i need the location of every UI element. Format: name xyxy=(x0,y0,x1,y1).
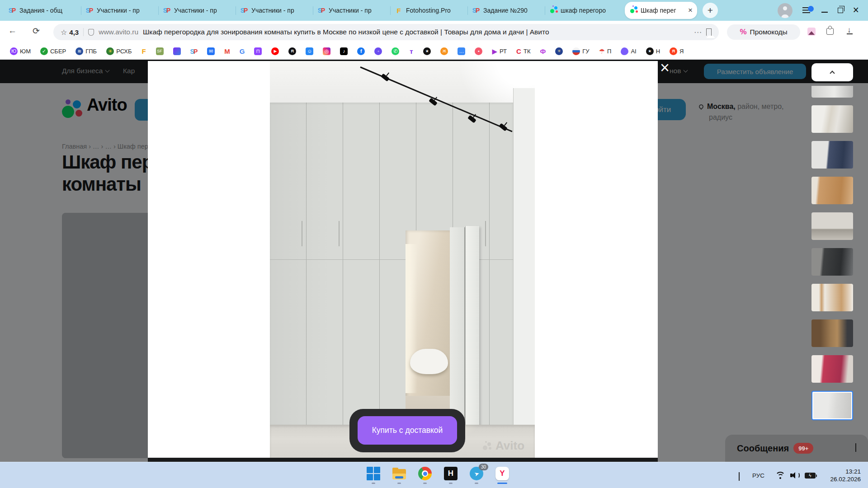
tab-title: Шкаф перег xyxy=(641,7,686,14)
back-button[interactable]: ← xyxy=(8,26,17,36)
browser-tab[interactable]: шкаф перегоро xyxy=(545,0,622,21)
browser-tab[interactable]: Участники - пр xyxy=(313,0,390,21)
window-minimize-button[interactable] xyxy=(821,12,828,13)
file-explorer-button[interactable] xyxy=(392,466,406,481)
reload-button[interactable]: ⟳ xyxy=(33,26,40,36)
thumbnails-scroll-up-button[interactable] xyxy=(811,63,853,81)
browser-tab[interactable]: Участники - пр xyxy=(158,0,236,21)
promo-codes-button[interactable]: % Промокоды xyxy=(727,24,800,40)
listing-photo[interactable] xyxy=(270,61,535,458)
bookmark-item[interactable]: ≋ ГПБ xyxy=(75,47,97,55)
bookmark-item[interactable]: ◎ xyxy=(323,47,330,55)
bookmark-item[interactable]: ♪ xyxy=(340,47,348,55)
bookmark-item[interactable]: Ю ЮМ xyxy=(10,47,31,55)
bookmark-item[interactable]: AI xyxy=(621,47,636,55)
bookmark-item[interactable]: F xyxy=(142,47,146,55)
tab-title: Участники - пр xyxy=(174,7,231,14)
messages-expand-icon[interactable] xyxy=(855,444,856,452)
bookmark-item[interactable]: ⊓ xyxy=(254,47,262,55)
bookmark-item[interactable]: M xyxy=(224,47,230,55)
bookmark-item[interactable]: ✳ РСХБ xyxy=(106,47,132,55)
taskbar-clock[interactable]: 13:21 26.02.2026 xyxy=(830,468,861,483)
browser-tab[interactable]: Участники - пр xyxy=(236,0,313,21)
profile-avatar[interactable] xyxy=(778,3,793,18)
telegram-button[interactable]: ➤ 30 xyxy=(469,466,484,481)
bookmark-item[interactable]: ГУ xyxy=(572,47,589,55)
browser-tab[interactable]: Задания - общ xyxy=(4,0,81,21)
browser-tab[interactable]: Шкаф перег × xyxy=(625,2,697,19)
gallery-thumbnail[interactable] xyxy=(811,141,853,169)
more-icon[interactable]: ⋯ xyxy=(694,28,702,37)
bookmark-item[interactable]: ▶ xyxy=(271,47,279,55)
gallery-thumbnail[interactable] xyxy=(811,177,853,204)
bookmark-item[interactable]: G xyxy=(240,47,245,55)
window-restore-button[interactable] xyxy=(838,8,843,13)
bookmark-item[interactable]: ▶ РТ xyxy=(492,47,507,55)
yandex-browser-button[interactable]: Y xyxy=(495,466,509,481)
bookmark-item[interactable]: Ф xyxy=(540,47,546,55)
clock-date: 26.02.2026 xyxy=(830,475,861,483)
bookmark-favicon: ▶ xyxy=(492,47,497,55)
bookmark-item[interactable] xyxy=(173,47,181,55)
gallery-thumbnail[interactable] xyxy=(811,355,853,383)
bookmark-item[interactable]: ☂ П xyxy=(599,47,612,55)
bookmark-item[interactable]: т xyxy=(409,47,414,55)
bookmark-item[interactable]: Ж xyxy=(440,47,448,55)
bookmark-item[interactable]: ✓ СБЕР xyxy=(40,47,66,55)
bookmark-item[interactable]: ★ Н xyxy=(646,47,660,55)
image-extension-icon[interactable] xyxy=(807,28,816,36)
bookmark-label: Н xyxy=(656,48,660,55)
battery-icon: ϟ xyxy=(805,473,816,479)
gallery-thumbnail[interactable] xyxy=(811,391,853,420)
tab-close-icon[interactable]: × xyxy=(688,6,693,15)
bookmark-item[interactable]: ✳ xyxy=(555,47,563,55)
hosting-app-button[interactable]: H xyxy=(443,466,458,481)
browser-tab[interactable]: Задание №290 xyxy=(467,0,545,21)
bookmark-favicon: ⊓ xyxy=(254,47,262,55)
battery-indicator[interactable]: ϟ xyxy=(805,473,816,488)
start-button[interactable] xyxy=(366,466,381,481)
bookmark-favicon: f xyxy=(357,47,365,55)
bookmark-item[interactable]: SF xyxy=(156,47,164,55)
browser-tab[interactable]: Участники - пр xyxy=(81,0,158,21)
chrome-button[interactable] xyxy=(418,466,432,481)
extensions-puzzle-icon[interactable] xyxy=(826,28,834,35)
bookmark-item[interactable]: ✆ xyxy=(392,47,399,55)
bookmark-item[interactable]: ☺ xyxy=(306,47,313,55)
window-close-button[interactable]: × xyxy=(853,5,859,15)
gallery-close-icon[interactable]: × xyxy=(660,60,670,76)
bookmark-favicon xyxy=(621,47,628,55)
buy-with-delivery-button[interactable]: Купить с доставкой xyxy=(358,416,457,445)
bookmark-item[interactable]: ✉ xyxy=(207,47,215,55)
bookmark-item[interactable]: R xyxy=(288,47,296,55)
bookmark-item[interactable]: Я Я xyxy=(670,47,684,55)
gallery-thumbnail[interactable] xyxy=(811,212,853,240)
security-shield-icon[interactable] xyxy=(88,29,94,36)
gallery-thumbnail[interactable] xyxy=(811,319,853,347)
bookmark-favicon: G xyxy=(240,47,245,55)
chevron-up-icon xyxy=(830,70,835,75)
gallery-thumbnail[interactable] xyxy=(811,86,853,98)
bookmark-item[interactable]: f xyxy=(357,47,365,55)
bookmark-item[interactable]: ★ xyxy=(423,47,431,55)
new-tab-button[interactable]: + xyxy=(703,3,718,18)
bookmark-item[interactable]: • xyxy=(475,47,482,55)
bookmark-label: СБЕР xyxy=(50,48,66,55)
bookmark-favicon: ☺ xyxy=(306,47,313,55)
gallery-thumbnail[interactable] xyxy=(811,284,853,311)
browser-menu-icon[interactable] xyxy=(802,7,811,14)
messages-panel-header[interactable]: Сообщения 99+ xyxy=(725,435,868,462)
bookmark-item[interactable]: … xyxy=(458,47,465,55)
gallery-thumbnail[interactable] xyxy=(811,105,853,133)
browser-tab[interactable]: Fotohosting.Pro xyxy=(390,0,467,21)
site-rating[interactable]: ☆4,3 xyxy=(61,28,79,37)
bookmark-item[interactable]: С ТК xyxy=(516,47,531,55)
gallery-thumbnail[interactable] xyxy=(811,248,853,276)
url-field[interactable]: ☆4,3 www.avito.ru Шкаф перегородка для з… xyxy=(53,24,719,40)
bookmark-item[interactable]: ◦ xyxy=(374,47,382,55)
language-indicator[interactable]: РУС xyxy=(752,472,764,488)
tray-expand-button[interactable] xyxy=(739,473,740,488)
bookmark-flag-icon[interactable] xyxy=(706,28,712,36)
bookmark-item[interactable] xyxy=(190,47,198,55)
downloads-icon[interactable]: ↓ xyxy=(847,26,851,35)
